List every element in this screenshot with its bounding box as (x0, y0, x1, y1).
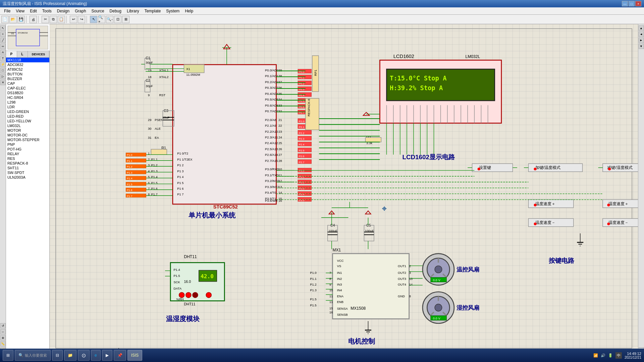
start-button[interactable]: ⊞ (3, 350, 13, 361)
scroll-down-tool[interactable]: ▼ (639, 44, 644, 49)
svg-point-226 (478, 168, 480, 170)
svg-text:42.0: 42.0 (201, 273, 214, 280)
label-tool[interactable]: A (0, 50, 6, 55)
copy-button[interactable]: ⧉ (50, 16, 57, 23)
device-item-ds18b20[interactable]: DS18B20 (6, 90, 49, 95)
scroll-up-tool[interactable]: ▲ (639, 25, 644, 31)
pointer-tool[interactable]: ↖ (0, 25, 6, 31)
menu-design[interactable]: Design (54, 8, 72, 14)
svg-text:温度速度＋: 温度速度＋ (535, 201, 555, 206)
menu-view[interactable]: View (13, 8, 27, 14)
component-tool[interactable]: + (0, 32, 6, 37)
mirror-tool[interactable]: ↔ (0, 329, 6, 335)
device-item-relay[interactable]: RELAY (6, 152, 49, 156)
menu-library[interactable]: Library (124, 8, 142, 14)
device-item-pot-hg[interactable]: POT-HG (6, 147, 49, 152)
power-tool[interactable]: ⚡ (0, 62, 6, 67)
zoom-in-button[interactable]: 🔍+ (98, 16, 105, 23)
save-button[interactable]: 💾 (17, 16, 25, 23)
menu-system[interactable]: System (163, 8, 182, 14)
svg-text:21: 21 (278, 118, 282, 122)
close-button[interactable]: × (635, 1, 641, 6)
device-item-mx1118[interactable]: MX1118 (6, 58, 49, 62)
zoom-out-button[interactable]: 🔍- (106, 16, 113, 23)
cut-button[interactable]: ✂ (42, 16, 49, 23)
device-item-buzzer[interactable]: BUZZER (6, 76, 49, 81)
terminal-tool[interactable]: □ (0, 68, 6, 73)
tab-l[interactable]: L (17, 51, 28, 57)
media-button[interactable]: ▶ (102, 350, 112, 361)
tab-devices[interactable]: DEVICES (28, 51, 49, 57)
canvas-area[interactable]: STC89C52 19 XTAL1 18 XTAL2 9 RST 39 P0.0… (50, 24, 638, 353)
svg-text:P2.5: P2.5 (299, 149, 305, 152)
device-item-res[interactable]: RES (6, 156, 49, 161)
panel-tabs: P L DEVICES (6, 51, 49, 58)
device-item-sw-spdt[interactable]: SW-SPDT (6, 170, 49, 175)
svg-text:P1.5: P1.5 (127, 183, 132, 186)
open-button[interactable]: 📂 (9, 16, 17, 23)
maximize-button[interactable]: □ (629, 1, 635, 6)
menu-debug[interactable]: Debug (107, 8, 124, 14)
marker-tool[interactable]: ✕ (0, 80, 6, 85)
undo-button[interactable]: ↩ (70, 16, 77, 23)
device-item-cap[interactable]: CAP (6, 81, 49, 86)
device-item-sht11[interactable]: SHT11 (6, 166, 49, 170)
new-button[interactable]: 📄 (1, 16, 9, 23)
device-item-motor[interactable]: MOTOR (6, 128, 49, 133)
chrome-button[interactable]: ⊙ (78, 350, 90, 361)
select-button[interactable]: ↖ (90, 16, 97, 23)
svg-text:温控风扇: 温控风扇 (457, 266, 479, 273)
device-item-respack8[interactable]: RESPACK-8 (6, 161, 49, 166)
bus-tool[interactable]: ═ (0, 44, 6, 49)
tab-p[interactable]: P (6, 51, 17, 57)
rotate-tool[interactable]: ↺ (0, 323, 6, 328)
device-item-l298[interactable]: L298 (6, 100, 49, 105)
device-item-at89c52[interactable]: AT89C52 (6, 67, 49, 72)
isis-app-button[interactable]: ISIS (127, 350, 143, 361)
scroll-right-tool[interactable]: ► (639, 38, 644, 43)
text-tool[interactable]: T (0, 56, 6, 61)
search-box[interactable]: 🔍 输入你要搜索 (15, 350, 51, 361)
wire-tool[interactable]: ╱ (0, 38, 6, 43)
device-item-button[interactable]: BUTTON (6, 72, 49, 76)
device-item-ldr[interactable]: LDR (6, 105, 49, 109)
edge-button[interactable]: e (91, 350, 101, 361)
print-button[interactable]: 🖨 (30, 16, 37, 23)
probe-tool[interactable]: ⊕ (0, 335, 6, 341)
pin-button[interactable]: 📌 (114, 350, 126, 361)
device-item-pnp[interactable]: PNP (6, 142, 49, 147)
device-item-uln2003a[interactable]: ULN2003A (6, 175, 49, 180)
redo-button[interactable]: ↪ (78, 16, 85, 23)
scroll-left-tool[interactable]: ◄ (639, 32, 644, 37)
device-item-led-yellow[interactable]: LED-YELLOW (6, 119, 49, 123)
device-item-cap-elec[interactable]: CAP-ELEC (6, 86, 49, 90)
device-item-led-green[interactable]: LED-GREEN (6, 109, 49, 114)
menu-template[interactable]: Template (142, 8, 164, 14)
device-item-led-red[interactable]: LED-RED (6, 114, 49, 119)
measure-tool[interactable]: 📏 (0, 341, 6, 347)
menu-help[interactable]: Help (182, 8, 196, 14)
zoom-box-button[interactable]: ⊞ (122, 16, 129, 23)
device-item-lm032l[interactable]: LM032L (6, 123, 49, 128)
device-item-adc0832[interactable]: ADC0832 (6, 62, 49, 67)
menu-edit[interactable]: Edit (27, 8, 40, 14)
menu-source[interactable]: Source (89, 8, 107, 14)
svg-text:PSEN: PSEN (155, 118, 163, 122)
menu-tools[interactable]: Tools (40, 8, 54, 14)
device-item-motor-dc[interactable]: MOTOR-DC (6, 133, 49, 137)
search-icon: 🔍 (18, 353, 23, 358)
svg-text:按键电路: 按键电路 (548, 257, 575, 264)
port-tool[interactable]: ▷ (0, 74, 6, 79)
paste-button[interactable]: 📋 (58, 16, 65, 23)
menu-file[interactable]: File (1, 8, 13, 14)
file-explorer-button[interactable]: 📁 (64, 350, 76, 361)
schematic-canvas[interactable]: STC89C52 19 XTAL1 18 XTAL2 9 RST 39 P0.0… (50, 24, 638, 353)
device-item-motor-stepper[interactable]: MOTOR-STEPPER (6, 137, 49, 142)
device-item-hc-sr04[interactable]: HC-SR04 (6, 95, 49, 100)
zoom-fit-button[interactable]: ⊡ (114, 16, 121, 23)
svg-text:P0.2/AD2: P0.2/AD2 (265, 80, 278, 84)
menu-graph[interactable]: Graph (72, 8, 89, 14)
svg-text:LCD1602显示电路: LCD1602显示电路 (402, 154, 455, 161)
task-view-button[interactable]: ⊟ (52, 350, 63, 361)
minimize-button[interactable]: — (622, 1, 628, 6)
